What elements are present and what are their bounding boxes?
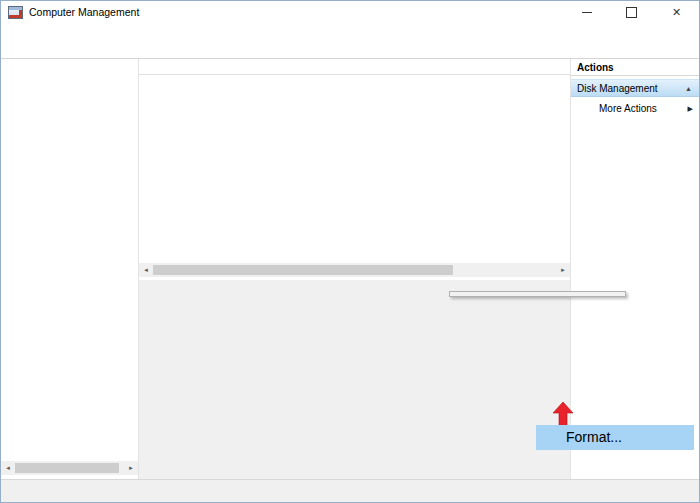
tree-horizontal-scrollbar[interactable]: ◄ ► (1, 461, 138, 475)
app-icon (8, 6, 23, 19)
toolbar (1, 41, 699, 59)
menu-bar (1, 23, 699, 41)
console-tree-pane: ◄ ► (1, 59, 139, 479)
graphical-view-pane (139, 280, 570, 479)
status-bar (1, 479, 699, 502)
callout-arrow-icon (552, 402, 574, 426)
format-callout: Format... (536, 425, 694, 450)
disk-management-pane: ◄ ► (139, 59, 571, 479)
context-menu (449, 291, 626, 297)
title-bar: Computer Management ✕ (1, 1, 699, 23)
actions-pane: Actions Disk Management ▲ More Actions ▶ (571, 59, 699, 479)
more-actions-label: More Actions (599, 103, 657, 114)
scroll-right-icon[interactable]: ► (556, 263, 570, 277)
volume-list-pane: ◄ ► (139, 59, 570, 277)
scroll-left-icon[interactable]: ◄ (139, 263, 153, 277)
scroll-right-icon[interactable]: ► (124, 461, 138, 475)
minimize-icon[interactable] (564, 1, 609, 23)
computer-management-window: Computer Management ✕ ◄ ► ◄ (0, 0, 700, 503)
window-title: Computer Management (29, 6, 139, 18)
actions-header: Actions (571, 59, 699, 76)
more-actions-item[interactable]: More Actions ▶ (571, 100, 699, 117)
window-controls: ✕ (564, 1, 699, 23)
scrollbar-thumb[interactable] (15, 463, 119, 473)
scroll-left-icon[interactable]: ◄ (1, 461, 15, 475)
volume-list-horizontal-scrollbar[interactable]: ◄ ► (139, 263, 570, 277)
close-icon[interactable]: ✕ (654, 1, 699, 23)
expand-right-icon: ▶ (688, 105, 693, 113)
scrollbar-thumb[interactable] (153, 265, 453, 275)
console-tree (1, 59, 138, 62)
collapse-icon[interactable]: ▲ (685, 85, 692, 92)
format-callout-label: Format... (566, 429, 622, 445)
maximize-icon[interactable] (609, 1, 654, 23)
actions-group-disk-management[interactable]: Disk Management ▲ (571, 79, 699, 97)
volume-list-header (139, 59, 570, 75)
actions-group-label: Disk Management (577, 83, 658, 94)
main-area: ◄ ► ◄ ► Actions Disk Manageme (1, 59, 699, 479)
